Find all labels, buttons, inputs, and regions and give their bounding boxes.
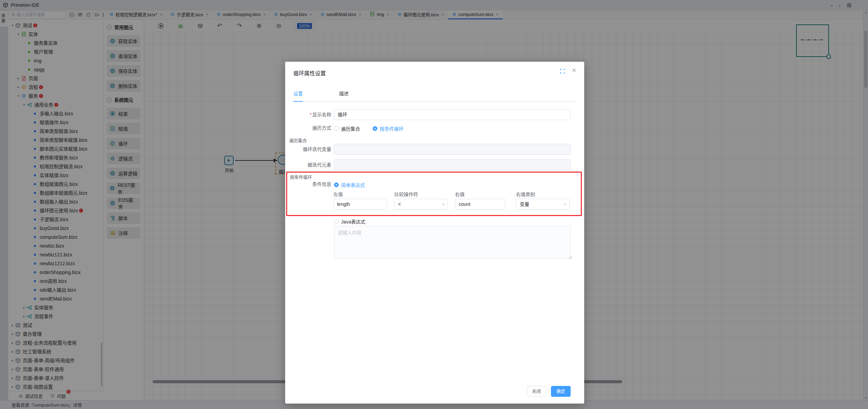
textarea-resize-grip[interactable] <box>568 256 572 259</box>
right-value-type-header: 右值类别 <box>516 191 535 197</box>
radio-icon[interactable] <box>334 182 339 187</box>
radio-simple-expression[interactable]: 简单表达式 <box>334 181 365 188</box>
right-value-type-select[interactable]: 变量∨ <box>516 199 570 210</box>
iter-var-input[interactable] <box>334 144 571 155</box>
iterated-element-input[interactable] <box>334 159 571 170</box>
display-name-label: 显示名称 <box>312 112 331 117</box>
tab-settings[interactable]: 设置 <box>293 88 303 102</box>
confirm-button[interactable]: 确定 <box>551 386 571 397</box>
left-value-header: 左值 <box>333 191 343 197</box>
operator-header: 比较操作符 <box>394 191 418 197</box>
close-icon[interactable]: × <box>572 66 576 74</box>
left-value-input[interactable]: length <box>333 199 387 210</box>
radio-icon[interactable] <box>373 126 377 131</box>
loop-properties-dialog: 循环属性设置 × 设置 描述 *显示名称 循环 遍历方式 遍历集合 按条件循环 <box>285 62 584 404</box>
traverse-mode-row: 遍历方式 遍历集合 按条件循环 <box>285 125 584 132</box>
radio-icon[interactable] <box>334 219 339 224</box>
java-expression-textarea[interactable]: 请输入内容 <box>334 226 571 258</box>
right-value-input[interactable]: count <box>455 199 505 210</box>
radio-loop-by-condition[interactable]: 按条件循环 <box>373 125 403 132</box>
chevron-down-icon: ∨ <box>564 199 567 209</box>
iterated-element-label: 被迭代元素 <box>285 159 331 170</box>
display-name-input[interactable]: 循环 <box>334 109 571 120</box>
right-value-header: 右值 <box>455 191 465 197</box>
tab-description[interactable]: 描述 <box>339 88 349 102</box>
java-expression-row: Java表达式 <box>285 218 584 225</box>
close-button[interactable]: 关闭 <box>527 386 546 397</box>
radio-java-expression[interactable]: Java表达式 <box>334 218 366 225</box>
radio-icon[interactable] <box>334 126 339 131</box>
condition-info-row: 条件信息 简单表达式 <box>285 181 584 188</box>
collection-section-label: 遍历集合 <box>289 137 307 143</box>
dialog-tabs: 设置 描述 <box>293 88 576 102</box>
app-window: Primeton-IDE ‹ › 资源 AI ▾测试!▾实体服务集实体租户管理i… <box>0 0 868 409</box>
operator-select[interactable]: <∨ <box>394 199 448 210</box>
dialog-title: 循环属性设置 <box>293 69 326 77</box>
iter-var-label: 循环迭代变量 <box>285 144 331 155</box>
condition-info-label: 条件信息 <box>285 181 331 187</box>
fullscreen-icon[interactable] <box>560 69 565 74</box>
condition-section-label: 按条件循环 <box>290 174 312 180</box>
radio-traverse-collection[interactable]: 遍历集合 <box>334 125 360 132</box>
traverse-mode-label: 遍历方式 <box>285 125 331 131</box>
chevron-down-icon: ∨ <box>442 199 445 209</box>
